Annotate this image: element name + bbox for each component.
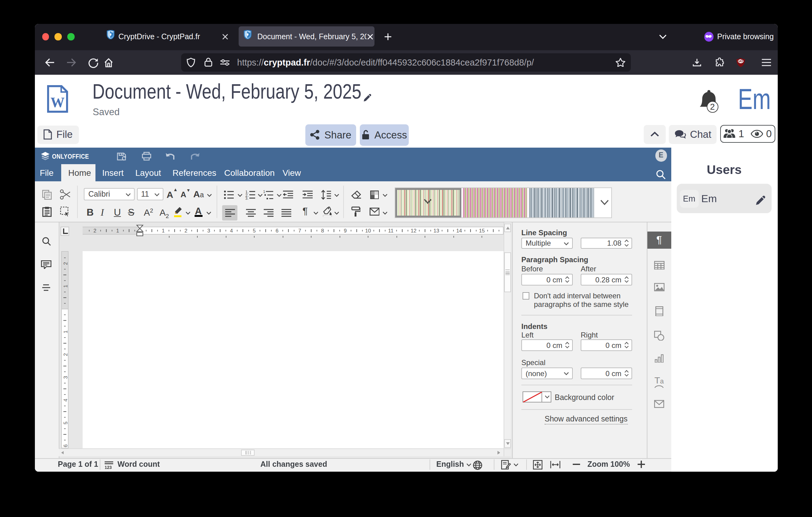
svg-text:3: 3 xyxy=(62,376,68,379)
svg-text:5: 5 xyxy=(253,228,255,234)
svg-text:3: 3 xyxy=(207,228,210,234)
svg-text:5: 5 xyxy=(62,421,68,424)
svg-text:2: 2 xyxy=(184,228,187,234)
svg-text:11: 11 xyxy=(388,228,394,234)
svg-text:9: 9 xyxy=(344,228,346,234)
svg-text:1: 1 xyxy=(263,190,265,194)
svg-text:6: 6 xyxy=(276,228,278,234)
svg-text:1: 1 xyxy=(162,228,164,234)
svg-text:6: 6 xyxy=(62,444,68,447)
svg-text:12: 12 xyxy=(410,228,416,234)
svg-text:W: W xyxy=(51,94,64,110)
svg-text:4: 4 xyxy=(62,399,68,402)
svg-text:14: 14 xyxy=(456,228,462,234)
svg-text:123: 123 xyxy=(105,465,112,469)
svg-text:13: 13 xyxy=(433,228,439,234)
svg-text:7: 7 xyxy=(298,228,301,234)
svg-text:2: 2 xyxy=(62,262,68,265)
svg-text:uO: uO xyxy=(738,59,743,62)
svg-text:2: 2 xyxy=(93,228,96,234)
svg-text:1: 1 xyxy=(116,228,119,234)
svg-text:1: 1 xyxy=(62,330,68,333)
svg-text:8: 8 xyxy=(321,228,323,234)
svg-text:4: 4 xyxy=(230,228,233,234)
svg-text:10: 10 xyxy=(365,228,371,234)
svg-text:15: 15 xyxy=(479,228,485,234)
svg-text:1: 1 xyxy=(62,285,68,288)
svg-text:2: 2 xyxy=(62,353,68,356)
svg-text:3.: 3. xyxy=(245,196,248,199)
